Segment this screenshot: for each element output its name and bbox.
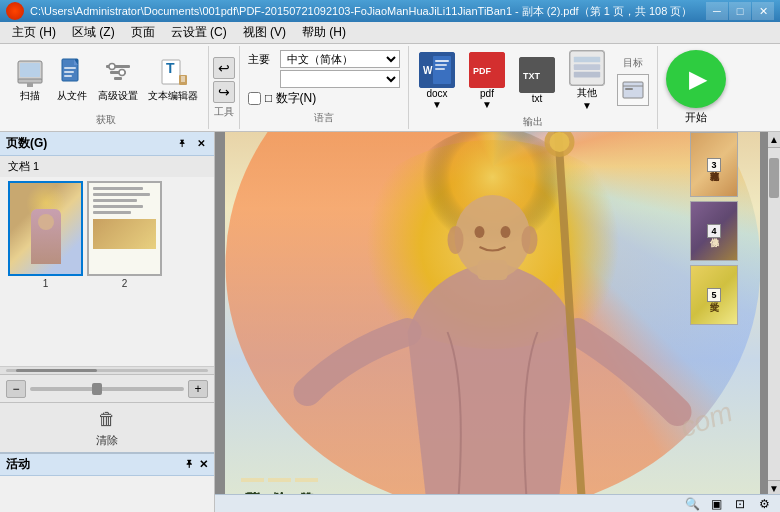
svg-point-41 (501, 226, 511, 238)
scan-label: 扫描 (20, 89, 40, 103)
scroll-up-button[interactable]: ▲ (768, 132, 780, 148)
activity-close-icon[interactable]: ✕ (199, 458, 208, 471)
start-section: 开始 (658, 46, 734, 129)
window-controls: ─ □ ✕ (706, 2, 774, 20)
size-slider[interactable] (30, 387, 184, 391)
restore-button[interactable]: □ (729, 2, 751, 20)
fit-icon[interactable]: ⊡ (730, 496, 750, 512)
right-thumb-3[interactable]: 3 地藏菩 (690, 132, 738, 197)
chinese-col-2: 地藏菩薩 (268, 478, 291, 482)
thumb-scroll-thumb (16, 369, 97, 372)
thumb1-figure (31, 209, 61, 264)
menu-help[interactable]: 帮助 (H) (294, 22, 354, 43)
doc-view: ▲ ▼ (215, 132, 780, 512)
docx-format-button[interactable]: W docx ▼ (413, 50, 461, 112)
scan-button[interactable]: 扫描 (10, 55, 50, 105)
txt-icon: TXT (519, 57, 555, 93)
delete-label: 清除 (96, 433, 118, 448)
svg-text:T: T (166, 60, 175, 76)
secondary-language-select[interactable] (280, 70, 400, 88)
thumb1-head (38, 214, 54, 230)
svg-point-40 (475, 226, 485, 238)
chinese-col-1: 到拜地藏菩薩的 (241, 478, 264, 482)
settings-status-icon[interactable]: ⚙ (754, 496, 774, 512)
svg-rect-9 (64, 75, 72, 77)
activity-panel: 活动 🖈 ✕ (0, 452, 214, 512)
from-file-label: 从文件 (57, 89, 87, 103)
main-language-row: 主要 中文（简体） 中文（繁体） English (248, 50, 400, 68)
right-thumb-5[interactable]: 5 经文 (690, 265, 738, 325)
status-icons: 🔍 ▣ ⊡ ⚙ (682, 496, 774, 512)
acquire-buttons: 扫描 从文件 (10, 48, 202, 111)
thumb2-image (93, 219, 156, 249)
target-section: 目标 (613, 56, 653, 106)
settings-label: 高级设置 (98, 89, 138, 103)
undo-button[interactable]: ↩ (213, 57, 235, 79)
pdf-icon: PDF (469, 52, 505, 88)
menu-page[interactable]: 页面 (123, 22, 163, 43)
svg-rect-29 (574, 57, 600, 63)
minimize-button[interactable]: ─ (706, 2, 728, 20)
thumbnail-frame-1 (8, 181, 83, 276)
pages-controls: − + (0, 374, 214, 402)
thumb-scroll-track[interactable] (6, 369, 208, 372)
pdf-format-button[interactable]: PDF pdf ▼ (463, 50, 511, 112)
pages-header: 页数(G) 🖈 ✕ (0, 132, 214, 156)
other-format-button[interactable]: 其他 ▼ (563, 48, 611, 113)
svg-rect-3 (27, 83, 33, 87)
acquire-group: 扫描 从文件 (4, 46, 209, 129)
main-language-select[interactable]: 中文（简体） 中文（繁体） English (280, 50, 400, 68)
from-file-button[interactable]: 从文件 (52, 55, 92, 105)
text-editor-button[interactable]: T 文本编辑器 (144, 55, 202, 105)
activity-header: 活动 🖈 ✕ (0, 454, 214, 476)
activity-pin-icon[interactable]: 🖈 (184, 458, 195, 471)
page-minus-button[interactable]: − (6, 380, 26, 398)
numbers-label: □ 数字(N) (265, 90, 316, 107)
view-icon[interactable]: ▣ (706, 496, 726, 512)
svg-rect-30 (574, 64, 600, 70)
text-editor-icon: T (157, 57, 189, 89)
redo-button[interactable]: ↪ (213, 81, 235, 103)
start-button[interactable] (666, 50, 726, 108)
zoom-icon[interactable]: 🔍 (682, 496, 702, 512)
target-input[interactable] (617, 74, 649, 106)
menu-home[interactable]: 主页 (H) (4, 22, 64, 43)
settings-button[interactable]: 高级设置 (94, 55, 142, 105)
right-thumb-4[interactable]: 4 佛像 (690, 201, 738, 261)
docx-icon: W (419, 52, 455, 88)
txt-format-button[interactable]: TXT txt (513, 55, 561, 106)
doc-page: com 到拜地藏菩薩的 地藏菩薩 赞菩薩 (225, 132, 760, 512)
thumb2-line3 (93, 199, 137, 202)
thumbnail-page-2[interactable]: 2 (87, 181, 162, 362)
svg-text:TXT: TXT (523, 71, 541, 81)
undo-redo-group: ↩ ↪ 工具 (209, 46, 240, 129)
language-group: 主要 中文（简体） 中文（繁体） English □ 数字(N) 语言 (240, 46, 409, 129)
numbers-checkbox[interactable] (248, 92, 261, 105)
pages-header-icons: 🖈 ✕ (174, 137, 208, 150)
output-group: W docx ▼ PDF pdf (409, 46, 658, 129)
pages-close-icon[interactable]: ✕ (194, 137, 208, 150)
pdf-label: pdf (480, 88, 494, 99)
pages-pin-icon[interactable]: 🖈 (174, 137, 190, 150)
close-button[interactable]: ✕ (752, 2, 774, 20)
chinese-text-area: 到拜地藏菩薩的 地藏菩薩 赞菩薩 (241, 478, 318, 482)
page-plus-button[interactable]: + (188, 380, 208, 398)
pdf-dropdown-icon: ▼ (482, 99, 492, 110)
target-label: 目标 (623, 56, 643, 70)
menu-region[interactable]: 区域 (Z) (64, 22, 123, 43)
start-label: 开始 (685, 110, 707, 125)
thumbnail-page-1[interactable]: 1 (8, 181, 83, 362)
ribbon-toolbar: 扫描 从文件 (0, 44, 780, 132)
app-logo (6, 2, 24, 20)
menu-cloud[interactable]: 云设置 (C) (163, 22, 235, 43)
pages-panel: 页数(G) 🖈 ✕ 文档 1 (0, 132, 214, 452)
menu-view[interactable]: 视图 (V) (235, 22, 294, 43)
doc-scroll-bar[interactable]: ▲ ▼ (768, 132, 780, 496)
svg-rect-21 (435, 60, 449, 62)
scroll-track[interactable] (768, 148, 780, 480)
other-format-icon (569, 50, 605, 86)
thumbnail-inner-1 (10, 183, 81, 274)
language-section-label: 语言 (248, 109, 400, 125)
delete-area[interactable]: 🗑 清除 (0, 402, 214, 452)
svg-rect-1 (20, 63, 40, 77)
